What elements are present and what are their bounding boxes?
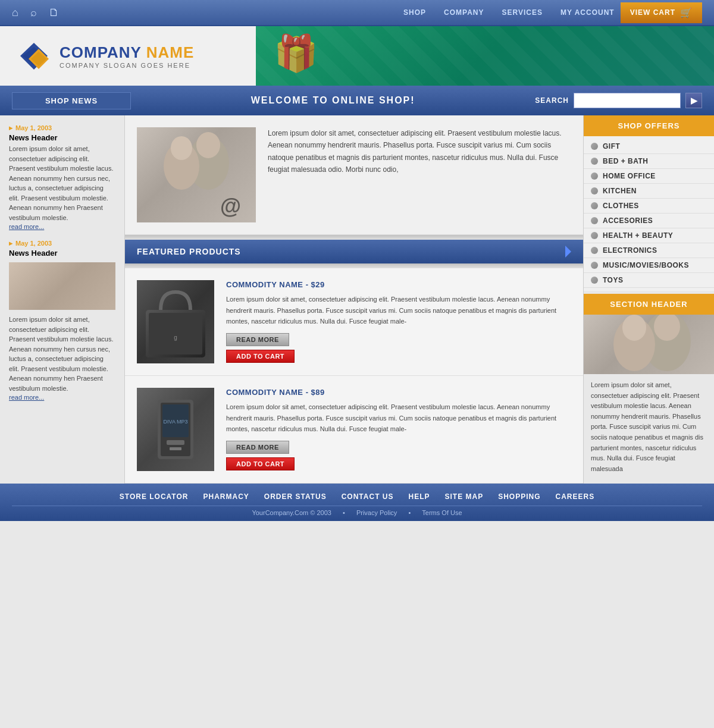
footer-dot-2: • bbox=[408, 509, 411, 516]
product-item-1: g COMMODITY NAME - $29 Lorem ipsum dolor… bbox=[125, 268, 583, 376]
footer-bottom: YourCompany.Com © 2003 • Privacy Policy … bbox=[12, 506, 702, 516]
product-name-1: COMMODITY NAME - $29 bbox=[226, 280, 571, 289]
search-button[interactable]: ▶ bbox=[685, 93, 702, 108]
featured-divider bbox=[125, 235, 583, 240]
svg-point-7 bbox=[171, 136, 192, 160]
offer-bullet bbox=[591, 202, 598, 209]
footer-link-storelocator[interactable]: STORE LOCATOR bbox=[120, 492, 189, 501]
offer-label-kitchen: KITCHEN bbox=[603, 187, 637, 195]
search-input[interactable] bbox=[574, 93, 681, 108]
footer-privacy[interactable]: Privacy Policy bbox=[356, 509, 397, 516]
offer-item-toys[interactable]: TOYS bbox=[584, 273, 714, 288]
news-image-content bbox=[9, 262, 115, 310]
offer-label-healthbeauty: HEALTH + BEAUTY bbox=[603, 231, 673, 240]
add-to-cart-btn-1[interactable]: ADD TO CART bbox=[226, 350, 295, 363]
nav-links: SHOP COMPANY SERVICES MY ACCOUNT bbox=[403, 8, 615, 17]
offer-bullet bbox=[591, 187, 598, 194]
news-item-2: May 1, 2003 News Header Lorem ipsum dolo… bbox=[9, 240, 115, 401]
offer-item-music[interactable]: MUSIC/MOVIES/BOOKS bbox=[584, 258, 714, 273]
svg-point-22 bbox=[622, 315, 646, 341]
offer-label-clothes: CLOTHES bbox=[603, 202, 639, 210]
footer-link-orderstatus[interactable]: ORDER STATUS bbox=[264, 492, 327, 501]
footer-link-pharmacy[interactable]: PHARMACY bbox=[203, 492, 249, 501]
header-banner: COMPANY NAME COMPANY SLOGAN GOES HERE 🎁 bbox=[0, 26, 714, 86]
footer-terms[interactable]: Terms Of Use bbox=[422, 509, 462, 516]
content-area: May 1, 2003 News Header Lorem ipsum dolo… bbox=[0, 115, 714, 484]
search-area: SEARCH ▶ bbox=[535, 93, 702, 108]
nav-link-myaccount[interactable]: MY ACCOUNT bbox=[560, 8, 615, 17]
nav-link-shop[interactable]: SHOP bbox=[403, 8, 426, 17]
right-sidebar: SHOP OFFERS GIFT BED + BATH HOME OFFICE … bbox=[583, 115, 714, 484]
read-more-2[interactable]: read more... bbox=[9, 394, 44, 401]
offer-item-kitchen[interactable]: KITCHEN bbox=[584, 184, 714, 199]
footer-link-sitemap[interactable]: SITE MAP bbox=[445, 492, 484, 501]
offer-item-clothes[interactable]: CLOTHES bbox=[584, 199, 714, 214]
intro-image-content: @ bbox=[137, 127, 256, 222]
intro-image: @ bbox=[137, 127, 256, 222]
featured-divider-2 bbox=[125, 263, 583, 268]
product-desc-2: Lorem ipsum dolor sit amet, consectetuer… bbox=[226, 401, 571, 435]
offer-item-accessories[interactable]: ACCESORIES bbox=[584, 214, 714, 228]
document-icon[interactable]: 🗋 bbox=[49, 7, 60, 19]
offer-item-electronics[interactable]: ELECTRONICS bbox=[584, 243, 714, 258]
news-text-2: Lorem ipsum dolor sit amet, consectetuer… bbox=[9, 315, 115, 393]
svg-rect-11 bbox=[149, 313, 202, 354]
offer-bullet bbox=[591, 262, 598, 269]
offer-item-healthbeauty[interactable]: HEALTH + BEAUTY bbox=[584, 228, 714, 243]
logo-diamond bbox=[18, 40, 51, 73]
read-more-1[interactable]: read more... bbox=[9, 223, 44, 230]
welcome-text: WELCOME TO ONLINE SHOP! bbox=[143, 95, 523, 106]
news-image bbox=[9, 262, 115, 310]
company-name-blue: COMPANY bbox=[60, 43, 146, 61]
offer-item-gift[interactable]: GIFT bbox=[584, 139, 714, 154]
product-item-2: DIVA MP3 COMMODITY NAME - $89 Lorem ipsu… bbox=[125, 376, 583, 484]
product-buttons-1: READ MORE ADD TO CART bbox=[226, 333, 571, 363]
top-navigation: ⌂ ⌕ 🗋 SHOP COMPANY SERVICES MY ACCOUNT V… bbox=[0, 0, 714, 26]
offer-bullet bbox=[591, 247, 598, 254]
logo-text: COMPANY NAME COMPANY SLOGAN GOES HERE bbox=[60, 43, 194, 69]
search-label: SEARCH bbox=[535, 96, 569, 105]
news-text-1: Lorem ipsum dolor sit amet, consectetuer… bbox=[9, 144, 115, 222]
news-header-2: News Header bbox=[9, 249, 115, 258]
svg-text:g: g bbox=[174, 334, 177, 341]
nav-link-services[interactable]: SERVICES bbox=[502, 8, 543, 17]
product-content-1: COMMODITY NAME - $29 Lorem ipsum dolor s… bbox=[226, 280, 571, 363]
footer-links: STORE LOCATOR PHARMACY ORDER STATUS CONT… bbox=[12, 492, 702, 501]
footer-link-careers[interactable]: CAREERS bbox=[556, 492, 595, 501]
section-header-bar: SECTION HEADER bbox=[584, 294, 714, 315]
product-desc-1: Lorem ipsum dolor sit amet, consectetuer… bbox=[226, 294, 571, 327]
footer-link-contactus[interactable]: CONTACT US bbox=[342, 492, 394, 501]
offer-label-gift: GIFT bbox=[603, 142, 620, 150]
nav-link-company[interactable]: COMPANY bbox=[444, 8, 484, 17]
add-to-cart-btn-2[interactable]: ADD TO CART bbox=[226, 457, 295, 470]
intro-text: Lorem ipsum dolor sit amet, consectetuer… bbox=[268, 127, 571, 222]
offer-label-accessories: ACCESORIES bbox=[603, 216, 653, 225]
offer-label-bedbath: BED + BATH bbox=[603, 157, 648, 165]
home-icon[interactable]: ⌂ bbox=[12, 7, 18, 19]
offer-item-homeoffice[interactable]: HOME OFFICE bbox=[584, 169, 714, 184]
product-image-2: DIVA MP3 bbox=[137, 388, 214, 471]
svg-text:@: @ bbox=[220, 194, 241, 218]
product-content-2: COMMODITY NAME - $89 Lorem ipsum dolor s… bbox=[226, 388, 571, 471]
featured-header-text: FEATURED PRODUCTS bbox=[137, 247, 241, 256]
offer-item-bedbath[interactable]: BED + BATH bbox=[584, 154, 714, 169]
offer-label-toys: TOYS bbox=[603, 276, 623, 284]
company-slogan: COMPANY SLOGAN GOES HERE bbox=[60, 62, 194, 69]
news-item-1: May 1, 2003 News Header Lorem ipsum dolo… bbox=[9, 124, 115, 231]
main-center: @ Lorem ipsum dolor sit amet, consectetu… bbox=[125, 115, 583, 484]
view-cart-button[interactable]: VIEW CART 🛒 bbox=[621, 2, 702, 23]
footer-link-shopping[interactable]: SHOPPING bbox=[498, 492, 540, 501]
news-date-2: May 1, 2003 bbox=[9, 240, 115, 247]
svg-text:DIVA MP3: DIVA MP3 bbox=[164, 419, 188, 425]
read-more-btn-2[interactable]: READ MORE bbox=[226, 441, 289, 454]
intro-section: @ Lorem ipsum dolor sit amet, consectetu… bbox=[125, 115, 583, 235]
offer-bullet bbox=[591, 277, 598, 284]
product-image-1: g bbox=[137, 280, 214, 363]
search-icon[interactable]: ⌕ bbox=[30, 7, 37, 19]
footer-link-help[interactable]: HELP bbox=[408, 492, 430, 501]
product-name-2: COMMODITY NAME - $89 bbox=[226, 388, 571, 397]
read-more-btn-1[interactable]: READ MORE bbox=[226, 333, 289, 346]
featured-header-arrow bbox=[565, 246, 571, 258]
left-sidebar: May 1, 2003 News Header Lorem ipsum dolo… bbox=[0, 115, 125, 484]
offer-bullet bbox=[591, 232, 598, 239]
